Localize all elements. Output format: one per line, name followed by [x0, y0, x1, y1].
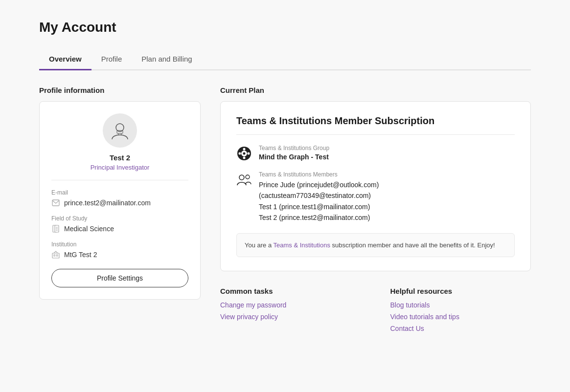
- avatar: [103, 113, 137, 148]
- profile-card: Test 2 Principal Investigator E-mail pri…: [39, 101, 201, 300]
- email-field: E-mail prince.test2@mailinator.com: [51, 189, 188, 207]
- left-panel: Profile information Test 2 Principal Inv…: [39, 86, 201, 300]
- email-value: prince.test2@mailinator.com: [64, 199, 151, 207]
- helpful-resources-col: Helpful resources Blog tutorialsVideo tu…: [390, 287, 531, 336]
- email-label: E-mail: [51, 189, 188, 196]
- svg-point-15: [243, 152, 246, 155]
- institution-field: Institution MtG Test 2: [51, 241, 188, 259]
- members-list: Prince Jude (princejudet@outlook.com)(ca…: [259, 179, 515, 223]
- svg-rect-12: [57, 255, 58, 256]
- common-tasks-title: Common tasks: [220, 287, 361, 295]
- member-item: Test 2 (prince.test2@mailinator.com): [259, 212, 515, 223]
- svg-point-17: [248, 152, 250, 155]
- plan-note-text: You are a Teams & Institutions subscript…: [245, 241, 495, 249]
- profile-settings-button[interactable]: Profile Settings: [51, 269, 188, 287]
- svg-point-16: [239, 152, 241, 155]
- svg-point-20: [239, 175, 244, 180]
- main-content: Profile information Test 2 Principal Inv…: [39, 86, 531, 336]
- bottom-section: Common tasks Change my passwordView priv…: [220, 287, 531, 336]
- avatar-section: Test 2 Principal Investigator: [51, 113, 188, 180]
- members-sublabel: Teams & Institutions Members: [259, 171, 515, 178]
- tab-profile[interactable]: Profile: [91, 49, 132, 70]
- plan-members-row: Teams & Institutions Members Prince Jude…: [236, 171, 515, 223]
- svg-point-21: [246, 175, 250, 179]
- avatar-icon: [109, 120, 131, 141]
- plan-title: Teams & Institutions Member Subscription: [236, 115, 515, 135]
- member-item: Test 1 (prince.test1@mailinator.com): [259, 201, 515, 212]
- current-plan-label: Current Plan: [220, 86, 531, 94]
- svg-rect-10: [52, 253, 59, 258]
- user-role: Principal Investigator: [91, 164, 150, 171]
- member-item: (cactusteam770349@testinator.com): [259, 190, 515, 201]
- field-of-study-value: Medical Science: [64, 225, 114, 233]
- plan-note: You are a Teams & Institutions subscript…: [236, 233, 515, 258]
- field-of-study-icon: [51, 224, 60, 233]
- field-of-study-label: Field of Study: [51, 215, 188, 222]
- group-value: Mind the Graph - Test: [259, 153, 515, 161]
- tab-overview[interactable]: Overview: [39, 49, 91, 70]
- tab-plan-billing[interactable]: Plan and Billing: [132, 49, 202, 70]
- plan-group-row: Teams & Institutions Group Mind the Grap…: [236, 145, 515, 161]
- user-name: Test 2: [110, 153, 130, 162]
- common-task-link[interactable]: Change my password: [220, 301, 361, 309]
- tab-bar: Overview Profile Plan and Billing: [39, 49, 531, 70]
- field-of-study-field: Field of Study Medical Science: [51, 215, 188, 233]
- email-icon: [51, 198, 60, 207]
- helpful-resources-title: Helpful resources: [390, 287, 531, 295]
- institution-label: Institution: [51, 241, 188, 248]
- helpful-resource-link[interactable]: Contact Us: [390, 325, 531, 332]
- svg-rect-11: [54, 255, 55, 256]
- helpful-resource-link[interactable]: Blog tutorials: [390, 301, 531, 309]
- svg-point-19: [243, 157, 246, 159]
- common-tasks-col: Common tasks Change my passwordView priv…: [220, 287, 361, 336]
- svg-point-18: [243, 148, 246, 151]
- member-item: Prince Jude (princejudet@outlook.com): [259, 179, 515, 190]
- group-sublabel: Teams & Institutions Group: [259, 145, 515, 152]
- svg-rect-4: [52, 200, 59, 206]
- profile-info-label: Profile information: [39, 86, 201, 94]
- helpful-resource-link[interactable]: Video tutorials and tips: [390, 313, 531, 321]
- helpful-resources-links: Blog tutorialsVideo tutorials and tipsCo…: [390, 301, 531, 332]
- common-tasks-links: Change my passwordView privacy policy: [220, 301, 361, 321]
- page-title: My Account: [39, 20, 531, 35]
- right-panel: Current Plan Teams & Institutions Member…: [220, 86, 531, 336]
- members-icon: [236, 172, 252, 188]
- common-task-link[interactable]: View privacy policy: [220, 313, 361, 321]
- current-plan-card: Teams & Institutions Member Subscription: [220, 101, 531, 271]
- institution-value: MtG Test 2: [64, 251, 97, 259]
- group-icon: [236, 146, 252, 161]
- institution-icon: [51, 250, 60, 259]
